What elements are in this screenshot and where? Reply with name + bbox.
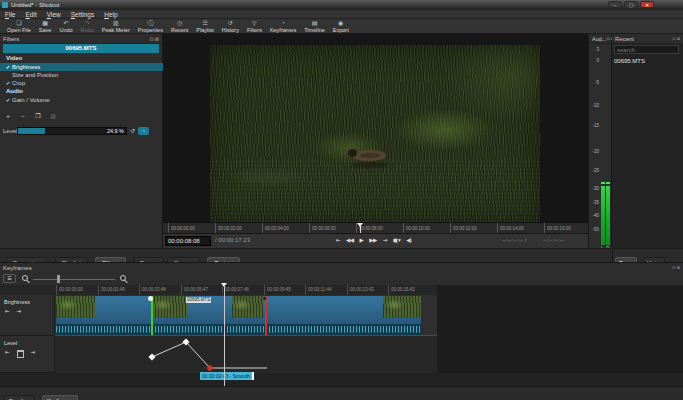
meter-bar-left — [601, 186, 605, 245]
tab-keyframes[interactable]: Keyframes — [42, 395, 78, 400]
clip-name-label: 00695.MTS — [186, 297, 211, 303]
playlist-icon: ☰ — [202, 20, 207, 27]
skip-next-button[interactable]: ⇥ — [380, 236, 390, 244]
properties-icon: ⓘ — [147, 20, 153, 27]
keyframes-dock-icons[interactable]: ⊡⊠ — [672, 265, 681, 270]
in-out-duration: --:--:--:-- / — [502, 237, 526, 243]
peak-meter-button[interactable]: ▥Peak Meter — [98, 19, 134, 33]
remove-filter-button[interactable]: − — [17, 112, 29, 121]
menu-edit[interactable]: Edit — [21, 11, 42, 18]
history-button[interactable]: ↺History — [218, 19, 243, 33]
filters-dock-icons[interactable]: ⊡⊠ — [150, 36, 160, 42]
meter-bar-right — [606, 186, 610, 245]
level-keyframe-curve[interactable] — [55, 336, 437, 373]
redo-icon: ↷ — [85, 20, 90, 27]
next-keyframe-button[interactable]: ⇥ — [17, 308, 22, 315]
keyframes-toolbar: ☰ — [0, 272, 683, 285]
properties-button[interactable]: ⓘProperties — [134, 19, 167, 33]
recent-dock-icons[interactable]: ⊡⊠ — [672, 36, 681, 41]
menu-settings[interactable]: Settings — [66, 11, 100, 18]
total-duration: / 00:00:17:23 — [215, 237, 250, 243]
track-head-level: Level ⇤ ⇥ — [0, 336, 55, 373]
check-icon[interactable]: ✔ — [4, 64, 12, 70]
right-dock-tabs: Rec... Hist... Jobs — [612, 248, 683, 262]
open-file-button[interactable]: ❏Open File — [3, 19, 35, 33]
tab-timeline[interactable]: Timeline — [4, 395, 35, 400]
track-head-brightness: Brightness ⇤ ⇥ — [0, 295, 55, 336]
add-filter-button[interactable]: + — [2, 112, 14, 121]
filter-row-gain-volume[interactable]: ✔ Gain / Volume — [0, 96, 163, 104]
rewind-button[interactable]: ◀◀ — [343, 236, 356, 244]
check-icon[interactable]: ✔ — [4, 80, 12, 86]
level-reset-icon[interactable]: ↺ — [130, 127, 135, 135]
menu-file[interactable]: File — [0, 11, 21, 18]
clip-brightness[interactable]: 00695.MTS — [56, 296, 421, 335]
level-parameter-row: Level 24.9 % ↺ ◔ — [0, 126, 163, 136]
menu-help[interactable]: Help — [99, 11, 122, 18]
filter-trim-in-line[interactable] — [151, 296, 153, 335]
filter-trim-out-line[interactable] — [265, 296, 267, 335]
play-button[interactable]: ▶ — [357, 236, 367, 244]
filter-row-brightness[interactable]: ✔ Brightness — [0, 63, 163, 71]
timeline-icon: ▤ — [312, 20, 318, 27]
playlist-button[interactable]: ☰Playlist — [192, 19, 217, 33]
save-icon: ▦ — [42, 20, 48, 27]
skip-previous-button[interactable]: ⇤ — [333, 236, 343, 244]
level-keyframes-toggle-icon[interactable]: ◔ — [138, 127, 149, 135]
prev-keyframe-button[interactable]: ⇤ — [5, 349, 10, 358]
zoom-in-icon[interactable] — [120, 275, 126, 281]
recent-item[interactable]: 00695.MTS — [614, 57, 679, 65]
filter-row-size-position[interactable]: Size and Position — [0, 71, 163, 79]
player-time-ruler[interactable]: 00:00:00:00 00:00:02:00 00:00:04:00 00:0… — [163, 222, 588, 233]
copy-filters-button[interactable]: ❐ — [32, 112, 44, 121]
paste-filters-button[interactable]: ▥ — [47, 112, 59, 121]
zoom-slider-handle[interactable] — [57, 275, 60, 283]
keyframes-playhead[interactable] — [224, 285, 225, 387]
maximize-button[interactable]: ▢ — [624, 1, 638, 8]
recent-button[interactable]: ◷Recent — [167, 19, 192, 33]
audio-waveform — [56, 324, 421, 335]
volume-button[interactable]: ◀) — [403, 236, 414, 244]
meter-panel-title: Aud... — [592, 36, 606, 42]
app-icon — [2, 2, 8, 8]
keyframes-panel-title: Keyframes — [3, 265, 32, 271]
zoom-out-icon[interactable] — [22, 275, 28, 281]
water-surface — [210, 158, 540, 222]
filters-icon: ▽ — [252, 20, 257, 27]
video-preview[interactable] — [210, 45, 540, 222]
delete-keyframe-icon[interactable] — [17, 350, 24, 358]
loop-stop-button[interactable]: ◼ ▾ — [390, 236, 403, 244]
filter-trim-out-handle[interactable] — [262, 296, 267, 301]
keyframes-button[interactable]: ◔Keyframes — [266, 19, 300, 33]
timeline-button[interactable]: ▤Timeline — [300, 19, 329, 33]
audio-peak-meter-panel: Aud... ⊡⊠ 3 0 -5 -10 -15 -20 -25 -30 -35… — [588, 34, 612, 248]
clip-thumbnail — [383, 296, 421, 318]
filters-panel: Filters ⊡⊠ 00695.MTS Video ✔ Brightness … — [0, 34, 163, 248]
history-icon: ↺ — [228, 20, 233, 27]
recent-search-input[interactable] — [614, 45, 679, 54]
save-button[interactable]: ▦Save — [35, 19, 56, 33]
close-button[interactable]: ✕ — [640, 1, 654, 8]
level-value[interactable]: 24.9 % — [107, 128, 124, 135]
check-icon[interactable]: ✔ — [4, 97, 12, 103]
next-keyframe-button[interactable]: ⇥ — [31, 349, 36, 358]
current-timecode-field[interactable]: 00:00:08:08 — [165, 236, 211, 246]
filter-row-crop[interactable]: ✔ Crop — [0, 79, 163, 87]
transport-controls: ⇤ ◀◀ ▶ ▶▶ ⇥ ◼ ▾ ◀) — [333, 236, 414, 244]
filters-button[interactable]: ▽Filters — [243, 19, 266, 33]
fast-forward-button[interactable]: ▶▶ — [366, 236, 379, 244]
prev-keyframe-button[interactable]: ⇤ — [5, 308, 10, 315]
level-slider[interactable]: 24.9 % — [17, 127, 127, 135]
filter-trim-in-handle[interactable] — [148, 296, 153, 301]
timeline-empty-area — [437, 285, 683, 373]
shotcut-window: Untitled* - Shotcut – ▢ ✕ File Edit View… — [0, 0, 683, 400]
keyframes-menu-button[interactable]: ☰ — [3, 274, 16, 283]
minimize-button[interactable]: – — [608, 1, 622, 8]
menu-view[interactable]: View — [42, 11, 66, 18]
undo-button[interactable]: ↶Undo — [55, 19, 76, 33]
zoom-slider[interactable] — [33, 279, 115, 280]
titlebar: Untitled* - Shotcut – ▢ ✕ — [0, 0, 683, 10]
export-button[interactable]: ◉Export — [329, 19, 353, 33]
peak-meter-icon: ▥ — [113, 20, 119, 27]
clip-thumbnail — [56, 296, 95, 318]
